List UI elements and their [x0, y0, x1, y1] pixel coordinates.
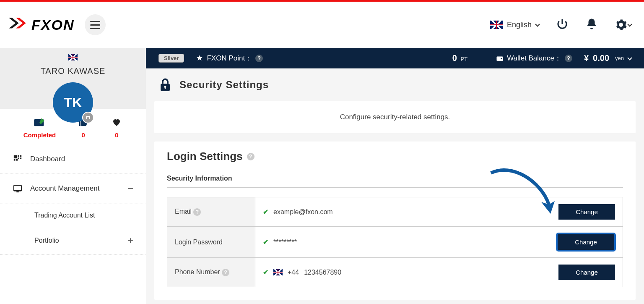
change-phone-button[interactable]: Change [558, 265, 615, 280]
help-icon[interactable]: ? [247, 153, 254, 160]
sidebar-item-dashboard[interactable]: Dashboard [0, 145, 146, 173]
brand-logo[interactable]: FXON [6, 13, 74, 37]
chevron-down-icon [627, 55, 632, 60]
chevron-down-icon [535, 22, 540, 26]
phone-label-cell: Phone Number ? [167, 258, 255, 287]
security-info-table: Email ? ✔ example@fxon.com Change Login … [167, 197, 623, 287]
svg-rect-7 [16, 159, 18, 161]
svg-rect-3 [20, 155, 22, 157]
help-icon[interactable]: ? [193, 208, 201, 216]
phone-cc: +44 [288, 269, 299, 276]
brand-text: FXON [31, 17, 74, 33]
phone-number: 1234567890 [304, 269, 341, 276]
uk-flag-icon [68, 54, 78, 60]
lock-icon [158, 78, 172, 92]
svg-rect-9 [14, 190, 21, 191]
change-email-button[interactable]: Change [558, 204, 615, 220]
table-row: Login Password ✔ ********* Change [167, 227, 623, 258]
help-icon[interactable]: ? [222, 269, 229, 276]
sidebar-item-portfolio[interactable]: Portfolio + [0, 227, 146, 254]
menu-toggle-button[interactable] [85, 14, 106, 35]
wallet-label: Wallet Balance： ? [496, 53, 572, 63]
header: FXON English [0, 2, 644, 48]
password-label-cell: Login Password [167, 227, 255, 258]
svg-rect-10 [16, 191, 19, 192]
svg-rect-1 [14, 155, 17, 158]
uk-flag-icon [273, 269, 283, 275]
stat-hearts[interactable]: 0 [111, 117, 122, 139]
sidebar-item-label: Portfolio [34, 237, 59, 244]
user-name: TARO KAWASE [0, 66, 146, 76]
table-row: Phone Number ? ✔ +44 1234567890 Change [167, 258, 623, 287]
sidebar-item-account-management[interactable]: Account Management − [0, 173, 146, 204]
change-password-button[interactable]: Change [558, 234, 614, 250]
login-settings-card: Login Settings ? Security Information Em… [154, 142, 636, 300]
language-selector[interactable]: English [490, 21, 539, 29]
svg-rect-4 [18, 157, 19, 159]
expand-icon: + [127, 235, 133, 246]
status-bar: Silver FXON Point： ? 0 PT Wallet Balance… [146, 48, 644, 68]
sidebar-nav: Dashboard Account Management − Trading A… [0, 145, 146, 254]
svg-point-12 [501, 58, 502, 59]
check-icon: ✔ [263, 208, 268, 216]
svg-rect-2 [18, 155, 19, 157]
sidebar: TARO KAWASE TK Completed 0 [0, 48, 146, 304]
collapse-icon: − [127, 183, 133, 194]
page-title: Security Settings [179, 79, 269, 91]
highlighted-action: Change [557, 233, 615, 251]
security-info-heading: Security Information [167, 175, 623, 188]
description-card: Configure security-related settings. [154, 101, 636, 133]
wallet-balance-selector[interactable]: ¥ 0.00 yen [584, 53, 631, 63]
sidebar-item-label: Trading Account List [34, 212, 95, 219]
svg-rect-15 [165, 87, 166, 89]
description-text: Configure security-related settings. [340, 113, 450, 121]
tier-badge: Silver [158, 54, 184, 63]
power-icon[interactable] [556, 18, 569, 32]
uk-flag-icon [490, 21, 503, 29]
point-label: FXON Point： ? [196, 53, 263, 63]
bell-icon[interactable] [585, 18, 598, 32]
camera-icon[interactable] [82, 112, 94, 123]
password-value: ********* [273, 238, 297, 246]
stat-completed[interactable]: Completed [23, 117, 56, 139]
svg-rect-8 [14, 185, 21, 191]
help-icon[interactable]: ? [565, 55, 572, 62]
page-title-row: Security Settings [146, 68, 644, 97]
stat-likes-value: 0 [78, 131, 89, 139]
point-value: 0 PT [452, 53, 467, 63]
login-settings-heading: Login Settings ? [167, 150, 623, 163]
svg-rect-5 [20, 157, 22, 159]
sidebar-item-label: Dashboard [30, 155, 65, 163]
sidebar-item-trading-account-list[interactable]: Trading Account List [0, 204, 146, 227]
help-icon[interactable]: ? [255, 55, 263, 62]
settings-icon[interactable] [615, 18, 631, 31]
check-icon: ✔ [263, 268, 268, 276]
email-value: example@fxon.com [273, 208, 333, 216]
stat-hearts-value: 0 [111, 131, 122, 139]
sidebar-item-label: Account Management [30, 184, 99, 193]
svg-rect-6 [14, 159, 16, 161]
email-label-cell: Email ? [167, 197, 255, 227]
table-row: Email ? ✔ example@fxon.com Change [167, 197, 623, 227]
stat-completed-label: Completed [23, 131, 56, 139]
main-content: Silver FXON Point： ? 0 PT Wallet Balance… [146, 48, 644, 304]
chevron-down-icon [627, 22, 632, 26]
logo-mark-icon [6, 13, 27, 37]
language-label: English [507, 21, 532, 29]
check-icon: ✔ [263, 238, 268, 246]
